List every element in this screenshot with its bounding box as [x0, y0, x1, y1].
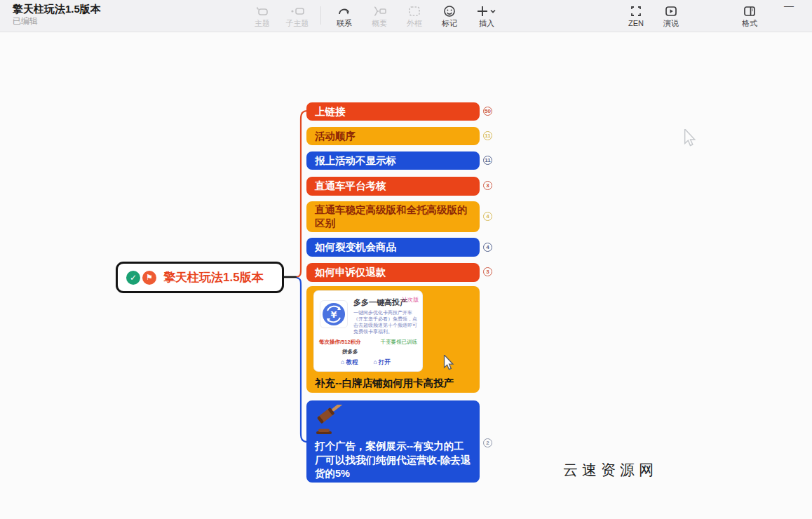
toolbar-topic-button[interactable]: 主题 — [245, 4, 280, 28]
presentation-play-icon — [664, 4, 678, 18]
toolbar: 擎天柱玩法1.5版本 已编辑 主题 子主题 — [0, 0, 812, 32]
card-version-tag: 计次版 — [402, 293, 419, 306]
toolbar-marker-button[interactable]: 标记 — [432, 4, 467, 28]
topic-node-with-sticker[interactable]: 打个广告，案例展示--有实力的工厂可以找我们纯佣代运营收-除去退货的5% — [306, 400, 480, 483]
flag-icon: ⚑ — [142, 271, 156, 285]
toolbar-zen-button[interactable]: ZEN — [618, 4, 654, 28]
task-done-icon: ✓ — [126, 271, 140, 285]
topic-label: 如何裂变机会商品 — [315, 241, 396, 254]
document-title: 擎天柱玩法1.5版本 — [13, 3, 101, 15]
insert-plus-icon — [476, 4, 497, 18]
toolbar-separator — [320, 6, 321, 25]
toolbar-summary-button[interactable]: 概要 — [362, 4, 397, 28]
subtopic-icon — [290, 4, 305, 18]
toolbar-relationship-button[interactable]: 联系 — [327, 4, 362, 28]
topic-label: 补充--白牌店铺如何用卡高投产 — [315, 377, 454, 390]
toolbar-boundary-button[interactable]: 外框 — [397, 4, 432, 28]
toolbar-present-button[interactable]: 演说 — [654, 4, 689, 28]
topic-node[interactable]: 直通车平台考核 — [306, 177, 480, 196]
child-count-badge[interactable]: 4 — [483, 212, 492, 221]
boundary-icon — [407, 4, 421, 18]
card-green-text: 千变要领已训练 — [381, 335, 418, 349]
child-count-badge[interactable]: 3 — [483, 267, 492, 276]
toolbar-insert-button[interactable]: 插入 — [467, 4, 506, 28]
topic-label: 打个广告，案例展示--有实力的工厂可以找我们纯佣代运营收-除去退货的5% — [315, 440, 472, 481]
topic-label: 如何申诉仅退款 — [315, 266, 386, 279]
child-count-badge[interactable]: 50 — [483, 107, 492, 116]
child-count-badge[interactable]: 11 — [483, 131, 492, 140]
watermark-text: 云速资源网 — [563, 460, 658, 480]
summary-icon — [372, 4, 387, 18]
svg-text:¥: ¥ — [330, 309, 337, 320]
card-description: 一键同步优化卡高投产开车（开车老手必看）免费领，点击去超级频道第十个频道即可免费… — [353, 309, 419, 335]
topic-node[interactable]: 活动顺序 — [306, 127, 480, 145]
app-logo: ¥ — [320, 300, 348, 328]
topic-node[interactable]: 报上活动不显示标 — [306, 151, 480, 170]
relationship-icon — [337, 4, 351, 18]
topic-node[interactable]: 直通车稳定高级版和全托高级版的区别 — [306, 201, 480, 232]
document-info: 擎天柱玩法1.5版本 已编辑 — [13, 3, 101, 27]
topic-label: 直通车平台考核 — [315, 180, 386, 193]
child-count-badge[interactable]: 2 — [483, 438, 492, 447]
topic-node-with-image[interactable]: ¥ 多多一键高投产 计次版 一键同步优化卡高投产开车（开车老手必看）免费领，点击… — [306, 286, 480, 393]
zen-mode-icon — [629, 4, 643, 18]
toolbar-format-button[interactable]: 格式 — [732, 4, 767, 28]
child-count-badge[interactable]: 11 — [483, 156, 492, 165]
secondary-cursor-icon — [442, 355, 455, 373]
child-count-badge[interactable]: 3 — [483, 181, 492, 190]
root-topic[interactable]: ✓ ⚑ 擎天柱玩法1.5版本 — [116, 262, 284, 293]
embedded-image[interactable]: ¥ 多多一键高投产 计次版 一键同步优化卡高投产开车（开车老手必看）免费领，点击… — [314, 291, 422, 371]
topic-node[interactable]: 如何申诉仅退款 — [306, 263, 480, 282]
topic-icon — [255, 4, 269, 18]
topic-label: 报上活动不显示标 — [315, 154, 396, 168]
child-count-badge[interactable]: 4 — [483, 243, 492, 252]
window-minimize-button[interactable]: — — [784, 0, 794, 11]
tutorial-button[interactable]: ⌂ 教程 — [341, 356, 358, 369]
format-panel-icon — [743, 4, 757, 18]
card-title: 多多一键高投产 — [353, 296, 407, 309]
document-status: 已编辑 — [13, 15, 101, 27]
topic-label: 直通车稳定高级版和全托高级版的区别 — [315, 203, 471, 230]
gavel-icon — [313, 405, 350, 440]
marker-smiley-icon — [442, 4, 456, 18]
topic-label: 上链接 — [315, 105, 346, 119]
topic-node[interactable]: 上链接 — [306, 102, 480, 121]
open-button[interactable]: ⌂ 打开 — [374, 356, 391, 369]
mouse-cursor-icon — [683, 129, 697, 149]
root-topic-label: 擎天柱玩法1.5版本 — [163, 269, 264, 285]
toolbar-subtopic-button[interactable]: 子主题 — [280, 4, 315, 28]
topic-label: 活动顺序 — [315, 130, 356, 143]
topic-node[interactable]: 如何裂变机会商品 — [306, 238, 480, 257]
